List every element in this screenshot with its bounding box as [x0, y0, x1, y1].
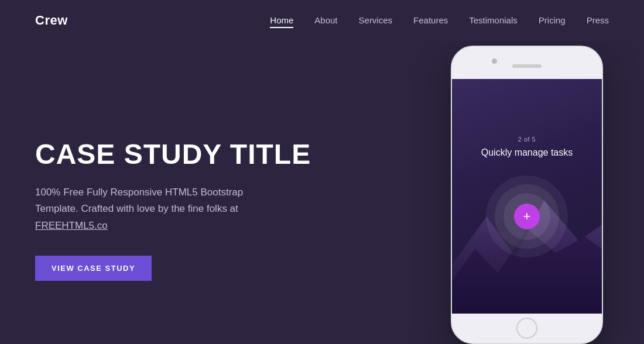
nav-link-testimonials[interactable]: Testimonials: [469, 15, 518, 25]
ripple-container: +: [486, 176, 568, 257]
hero-section: CASE STUDY TITLE 100% Free Fully Respons…: [0, 41, 644, 344]
hero-desc-line2: Template. Crafted with love by the fine …: [35, 203, 238, 214]
nav-item-services[interactable]: Services: [359, 15, 393, 26]
nav-item-testimonials[interactable]: Testimonials: [469, 15, 518, 26]
phone-outer: 2 of 5 Quickly manage tasks +: [451, 46, 603, 344]
step-indicator: 2 of 5: [518, 136, 536, 143]
nav-item-features[interactable]: Features: [413, 15, 448, 26]
nav-link-about[interactable]: About: [314, 15, 337, 25]
screen-title: Quickly manage tasks: [481, 147, 573, 158]
hero-description: 100% Free Fully Responsive HTML5 Bootstr…: [35, 184, 311, 235]
nav-link-home[interactable]: Home: [270, 15, 293, 28]
navbar: Crew Home About Services Features Testim…: [0, 0, 644, 41]
nav-links: Home About Services Features Testimonial…: [270, 15, 609, 26]
hero-desc-line1: 100% Free Fully Responsive HTML5 Bootstr…: [35, 187, 243, 198]
nav-item-press[interactable]: Press: [587, 15, 609, 26]
nav-link-press[interactable]: Press: [587, 15, 609, 25]
hero-content: CASE STUDY TITLE 100% Free Fully Respons…: [35, 139, 311, 281]
hero-title: CASE STUDY TITLE: [35, 139, 311, 170]
phone-screen: 2 of 5 Quickly manage tasks +: [452, 79, 602, 314]
plus-button[interactable]: +: [514, 204, 540, 229]
brand-logo[interactable]: Crew: [35, 13, 68, 28]
phone-mockup: 2 of 5 Quickly manage tasks +: [427, 46, 626, 344]
cta-button[interactable]: VIEW CASE STUDY: [35, 256, 152, 281]
phone-top-bar: [452, 47, 602, 79]
nav-item-pricing[interactable]: Pricing: [539, 15, 566, 26]
nav-item-home[interactable]: Home: [270, 15, 293, 26]
nav-item-about[interactable]: About: [314, 15, 337, 26]
phone-bottom-bar: [452, 314, 602, 343]
phone-home-button[interactable]: [516, 318, 537, 339]
hero-desc-link[interactable]: FREEHTML5.co: [35, 220, 108, 231]
phone-speaker: [512, 64, 542, 68]
nav-link-features[interactable]: Features: [413, 15, 448, 25]
nav-link-services[interactable]: Services: [359, 15, 393, 25]
nav-link-pricing[interactable]: Pricing: [539, 15, 566, 25]
phone-camera-icon: [492, 59, 497, 64]
